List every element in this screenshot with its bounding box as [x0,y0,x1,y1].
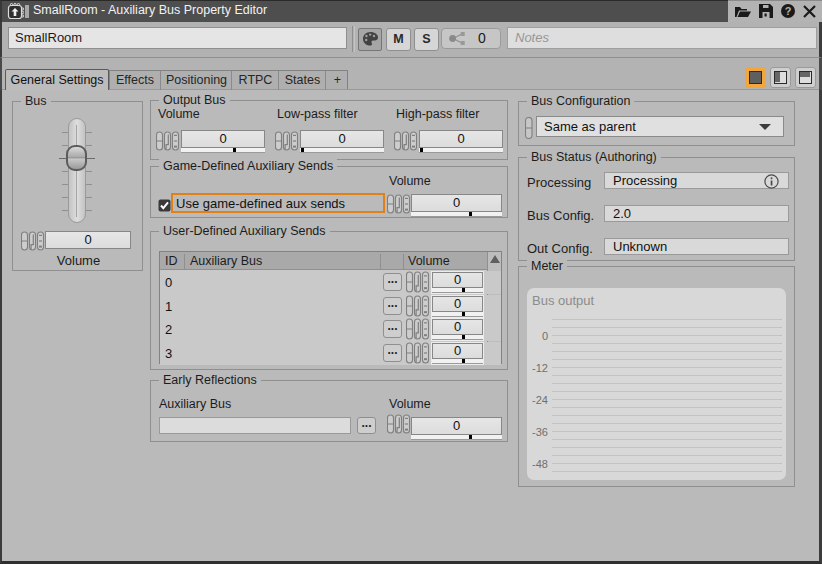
svg-text:?: ? [785,5,792,17]
